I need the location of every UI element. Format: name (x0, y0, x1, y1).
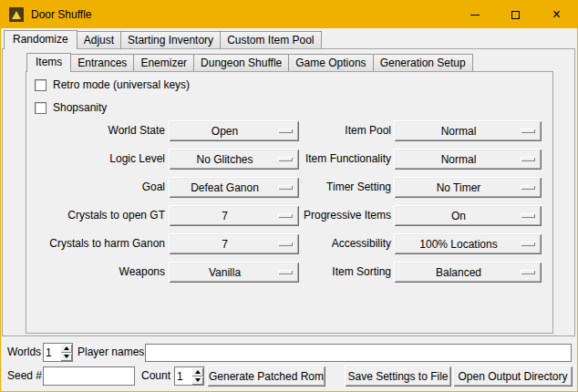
item-pool-value: Normal (441, 125, 477, 138)
count-input[interactable] (175, 367, 191, 385)
close-button[interactable]: × (536, 1, 577, 28)
tab-adjust[interactable]: Adjust (77, 31, 121, 48)
app-icon (9, 7, 24, 22)
maximize-button[interactable] (495, 1, 536, 28)
item-functionality-label: Item Functionality (274, 149, 391, 170)
close-icon: × (552, 7, 561, 22)
tab-enemizer[interactable]: Enemizer (133, 54, 194, 71)
count-spinner-arrows (191, 367, 203, 385)
dropdown-indicator-icon (521, 270, 535, 274)
down-arrow-icon (195, 378, 201, 382)
shopsanity-label: Shopsanity (53, 101, 107, 115)
item-sorting-value: Balanced (436, 266, 481, 279)
shopsanity-checkbox[interactable] (35, 102, 46, 114)
save-settings-button[interactable]: Save Settings to File (345, 366, 451, 387)
worlds-spinner-down[interactable] (60, 353, 72, 362)
seed-label: Seed # (7, 366, 42, 387)
item-functionality-dropdown[interactable]: Normal (394, 149, 542, 170)
worlds-label: Worlds (7, 343, 41, 362)
up-arrow-icon (64, 346, 69, 350)
accessibility-label: Accessibility (274, 233, 391, 254)
count-spinner-up[interactable] (191, 367, 203, 377)
world-state-value: Open (212, 125, 238, 138)
tab-custom-item-pool[interactable]: Custom Item Pool (220, 31, 321, 48)
titlebar[interactable]: Door Shuffle × (1, 1, 577, 28)
worlds-spinner[interactable] (43, 343, 73, 362)
worlds-spinner-arrows (60, 344, 72, 361)
count-spinner-down[interactable] (191, 377, 203, 386)
dropdown-indicator-icon (521, 129, 535, 133)
dropdown-indicator-icon (521, 185, 535, 190)
crystals-harm-ganon-label: Crystals to harm Ganon (26, 233, 165, 254)
progressive-items-label: Progressive Items (274, 205, 391, 226)
crystals-open-gt-label: Crystals to open GT (26, 205, 165, 226)
progressive-items-value: On (451, 210, 466, 222)
goal-value: Defeat Ganon (191, 181, 259, 194)
world-state-label: World State (26, 120, 165, 141)
retro-mode-checkbox[interactable] (35, 79, 46, 91)
crystals-open-gt-value: 7 (222, 210, 228, 222)
item-sorting-dropdown[interactable]: Balanced (394, 262, 542, 283)
weapons-value: Vanilla (209, 266, 241, 279)
progressive-items-dropdown[interactable]: On (394, 205, 542, 226)
client-area: Randomize Adjust Starting Inventory Cust… (1, 28, 577, 391)
tab-dungeon-shuffle[interactable]: Dungeon Shuffle (193, 54, 289, 71)
timer-setting-value: No Timer (437, 181, 481, 194)
accessibility-value: 100% Locations (419, 238, 497, 251)
minimize-button[interactable] (454, 1, 495, 28)
up-arrow-icon (195, 370, 201, 374)
player-names-input[interactable] (145, 344, 572, 362)
weapons-label: Weapons (26, 262, 165, 283)
generate-patched-rom-button[interactable]: Generate Patched Rom (207, 366, 325, 387)
timer-setting-label: Timer Setting (274, 177, 391, 198)
retro-mode-label: Retro mode (universal keys) (53, 78, 190, 92)
tab-game-options[interactable]: Game Options (288, 54, 373, 71)
tab-randomize[interactable]: Randomize (4, 30, 77, 49)
logic-level-value: No Glitches (196, 153, 253, 166)
maximize-icon (511, 11, 520, 19)
dropdown-indicator-icon (521, 242, 535, 246)
seed-input[interactable] (43, 366, 135, 386)
minimize-icon (470, 15, 480, 15)
accessibility-dropdown[interactable]: 100% Locations (394, 233, 542, 254)
logic-level-label: Logic Level (26, 149, 165, 170)
tab-generation-setup[interactable]: Generation Setup (373, 54, 473, 71)
item-pool-dropdown[interactable]: Normal (394, 120, 542, 141)
crystals-harm-ganon-value: 7 (222, 238, 228, 251)
item-pool-label: Item Pool (274, 120, 391, 141)
player-names-label: Player names (77, 343, 144, 362)
dropdown-indicator-icon (521, 213, 535, 218)
retro-mode-row: Retro mode (universal keys) (35, 78, 190, 92)
item-sorting-label: Item Sorting (274, 262, 391, 283)
count-label: Count (141, 366, 170, 387)
outer-tab-bar: Randomize Adjust Starting Inventory Cust… (4, 30, 322, 49)
goal-label: Goal (26, 177, 165, 198)
open-output-directory-button[interactable]: Open Output Directory (453, 366, 573, 387)
tab-starting-inventory[interactable]: Starting Inventory (120, 31, 221, 48)
item-functionality-value: Normal (441, 153, 477, 166)
caption-buttons: × (454, 1, 577, 28)
window: Door Shuffle × Randomize Adjust Starting… (0, 0, 578, 392)
worlds-spinner-up[interactable] (60, 344, 72, 353)
window-title: Door Shuffle (31, 8, 92, 21)
shopsanity-row: Shopsanity (35, 101, 107, 115)
triforce-icon (12, 11, 21, 19)
inner-tab-bar: Items Entrances Enemizer Dungeon Shuffle… (26, 53, 473, 72)
dropdown-indicator-icon (521, 157, 535, 161)
down-arrow-icon (64, 355, 69, 358)
tab-entrances[interactable]: Entrances (70, 54, 134, 71)
worlds-input[interactable] (44, 344, 60, 361)
tab-items[interactable]: Items (26, 53, 71, 72)
count-spinner[interactable] (174, 366, 204, 386)
timer-setting-dropdown[interactable]: No Timer (394, 177, 542, 198)
